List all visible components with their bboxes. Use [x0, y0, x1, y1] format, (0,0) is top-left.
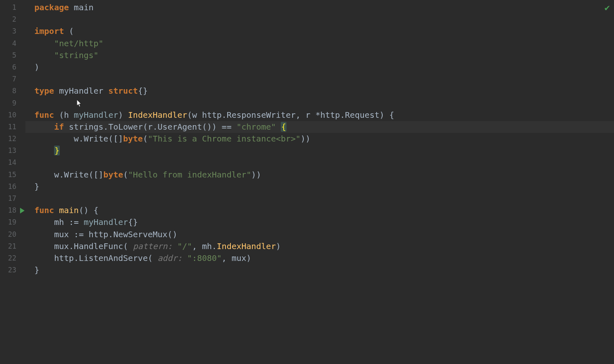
code-line[interactable]: w.Write([]byte("This is a Chrome instanc… — [25, 133, 614, 145]
code-line[interactable] — [25, 193, 614, 204]
code-editor[interactable]: 1 2 3 4 5 6 7 8 9 10 11 12 13 14 15 16 1… — [0, 0, 614, 364]
line-number: 4 — [0, 38, 25, 49]
matched-brace: } — [54, 146, 60, 155]
keyword: struct — [108, 86, 138, 96]
code-line[interactable]: mux := http.NewServeMux() — [25, 229, 614, 240]
code-line[interactable]: } — [25, 145, 614, 157]
code-line[interactable]: mux.HandleFunc( pattern: "/", mh.IndexHa… — [25, 240, 614, 252]
keyword: if — [54, 122, 64, 132]
code-line[interactable]: func main() { — [25, 204, 614, 216]
line-number: 1 — [0, 2, 25, 13]
line-number: 17 — [0, 193, 25, 204]
gutter: 1 2 3 4 5 6 7 8 9 10 11 12 13 14 15 16 1… — [0, 0, 25, 364]
type-name: myHandler — [59, 86, 103, 96]
code-line[interactable]: func (h myHandler) IndexHandler(w http.R… — [25, 109, 614, 121]
line-number: 2 — [0, 13, 25, 25]
string: "This is a Chrome instance<br>" — [148, 134, 300, 144]
code-line[interactable]: package main — [25, 2, 614, 13]
code-area[interactable]: package main import ( "net/http" "string… — [25, 0, 614, 364]
keyword: import — [34, 26, 64, 36]
line-number: 8 — [0, 85, 25, 97]
code-line[interactable]: type myHandler struct{} — [25, 85, 614, 97]
code-line[interactable] — [25, 97, 614, 109]
string: "chrome" — [237, 122, 276, 132]
func-name: IndexHandler — [128, 110, 187, 120]
code-line[interactable]: mh := myHandler{} — [25, 216, 614, 228]
line-number: 12 — [0, 133, 25, 145]
code-line[interactable]: } — [25, 264, 614, 276]
code-line[interactable]: w.Write([]byte("Hello from indexHandler"… — [25, 169, 614, 181]
line-number: 10 — [0, 109, 25, 121]
code-line[interactable] — [25, 13, 614, 25]
line-number: 3 — [0, 25, 25, 37]
line-number: 9 — [0, 97, 25, 109]
type-ref: myHandler — [84, 217, 128, 227]
line-number: 11 — [0, 121, 25, 133]
string: "Hello from indexHandler" — [128, 170, 251, 180]
run-icon[interactable] — [20, 208, 25, 213]
line-number: 23 — [0, 264, 25, 276]
string: ":8080" — [187, 253, 221, 263]
line-number: 5 — [0, 49, 25, 61]
line-number: 14 — [0, 157, 25, 169]
line-number-run[interactable]: 18 — [0, 204, 25, 216]
code-line[interactable]: ) — [25, 61, 614, 73]
code-line[interactable]: } — [25, 181, 614, 193]
line-number: 7 — [0, 73, 25, 85]
line-number: 22 — [0, 252, 25, 264]
parameter-hint: pattern: — [133, 241, 172, 251]
identifier: main — [74, 2, 93, 12]
code-line[interactable] — [25, 157, 614, 169]
string: "strings" — [54, 50, 98, 60]
line-number: 20 — [0, 229, 25, 240]
code-line[interactable]: http.ListenAndServe( addr: ":8080", mux) — [25, 252, 614, 264]
string: "net/http" — [54, 38, 103, 48]
func-name: main — [59, 205, 79, 215]
line-number: 16 — [0, 181, 25, 193]
keyword: func — [34, 110, 54, 120]
keyword: package — [34, 2, 69, 12]
code-line[interactable]: "net/http" — [25, 38, 614, 49]
matched-brace: { — [281, 122, 287, 132]
analysis-ok-icon[interactable]: ✔ — [605, 2, 610, 13]
line-number: 19 — [0, 216, 25, 228]
code-line[interactable] — [25, 73, 614, 85]
line-number: 13 — [0, 145, 25, 157]
keyword: byte — [104, 170, 123, 180]
keyword: func — [34, 205, 54, 215]
code-line[interactable]: import ( — [25, 25, 614, 37]
keyword: byte — [123, 134, 143, 144]
line-number: 6 — [0, 61, 25, 73]
string: "/" — [177, 241, 192, 251]
func-ref: IndexHandler — [217, 241, 276, 251]
parameter-hint: addr: — [158, 253, 182, 263]
code-line[interactable]: "strings" — [25, 49, 614, 61]
line-number: 15 — [0, 169, 25, 181]
keyword: type — [34, 86, 54, 96]
type-ref: myHandler — [74, 110, 118, 120]
line-number: 21 — [0, 240, 25, 252]
code-line-active[interactable]: if strings.ToLower(r.UserAgent()) == "ch… — [25, 121, 614, 133]
